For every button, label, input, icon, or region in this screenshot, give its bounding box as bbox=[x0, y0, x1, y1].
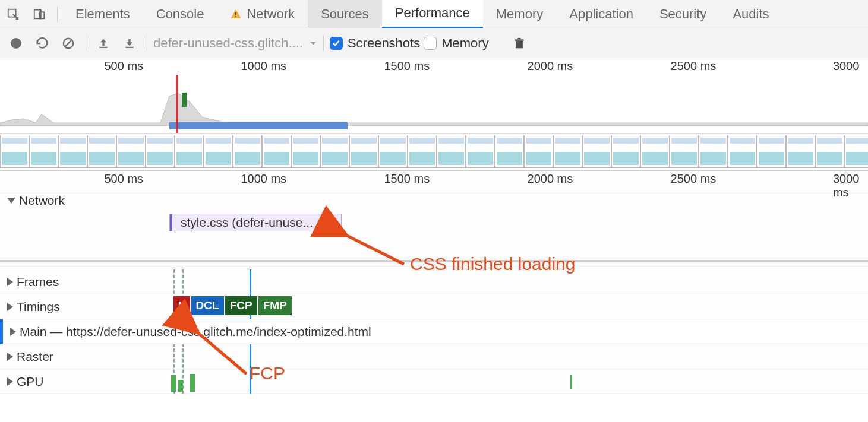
screenshot-thumb[interactable] bbox=[466, 135, 495, 168]
overview-ruler: 500 ms 1000 ms 1500 ms 2000 ms 2500 ms 3… bbox=[0, 58, 868, 75]
expand-icon[interactable] bbox=[7, 303, 13, 311]
recording-dropdown[interactable]: defer-unused-css.glitch.... bbox=[153, 36, 317, 51]
network-request-item[interactable]: style.css (defer-unuse... bbox=[169, 214, 342, 231]
screenshot-thumb[interactable] bbox=[291, 135, 320, 168]
timing-badge-fmp[interactable]: FMP bbox=[258, 296, 292, 315]
expand-icon[interactable] bbox=[7, 377, 13, 386]
screenshot-thumb[interactable] bbox=[553, 135, 582, 168]
screenshot-thumb[interactable] bbox=[262, 135, 291, 168]
network-label: Network bbox=[19, 193, 65, 208]
device-toggle-icon[interactable] bbox=[26, 0, 52, 28]
frames-track[interactable]: Frames bbox=[0, 269, 868, 294]
screenshot-thumb[interactable] bbox=[378, 135, 408, 168]
expand-icon[interactable] bbox=[10, 328, 16, 336]
overview-panel[interactable]: 500 ms 1000 ms 1500 ms 2000 ms 2500 ms 3… bbox=[0, 58, 868, 171]
tab-network[interactable]: Network bbox=[217, 0, 308, 28]
checkbox-icon bbox=[424, 37, 437, 50]
screenshot-thumb[interactable] bbox=[146, 135, 175, 168]
inspect-icon[interactable] bbox=[0, 0, 26, 28]
devtools-tabs: Elements Console Network Sources Perform… bbox=[0, 0, 868, 28]
gpu-activity-mark bbox=[570, 375, 572, 389]
upload-icon[interactable] bbox=[92, 32, 115, 55]
tab-console[interactable]: Console bbox=[143, 0, 217, 28]
record-button[interactable] bbox=[5, 32, 27, 55]
raster-label: Raster bbox=[17, 350, 53, 364]
tab-memory[interactable]: Memory bbox=[483, 0, 556, 28]
screenshot-thumb[interactable] bbox=[349, 135, 378, 168]
svg-rect-4 bbox=[236, 16, 237, 17]
screenshot-thumb[interactable] bbox=[204, 135, 233, 168]
drag-handle[interactable]: ···· bbox=[0, 262, 868, 269]
tab-security[interactable]: Security bbox=[646, 0, 719, 28]
expand-icon[interactable] bbox=[7, 198, 15, 204]
screenshot-thumb[interactable] bbox=[786, 135, 815, 168]
svg-rect-8 bbox=[125, 46, 133, 47]
timing-badge-dcl[interactable]: DCL bbox=[191, 296, 224, 315]
tab-application[interactable]: Application bbox=[556, 0, 646, 28]
perf-toolbar: defer-unused-css.glitch.... Screenshots … bbox=[0, 28, 868, 58]
screenshot-thumb[interactable] bbox=[58, 135, 87, 168]
frames-label: Frames bbox=[17, 275, 59, 289]
timing-badge-fcp[interactable]: FCP bbox=[225, 296, 257, 315]
raster-track[interactable]: Raster bbox=[0, 344, 868, 369]
reload-button[interactable] bbox=[31, 32, 53, 55]
tab-elements[interactable]: Elements bbox=[62, 0, 143, 28]
tab-audits[interactable]: Audits bbox=[719, 0, 782, 28]
screenshot-thumb[interactable] bbox=[495, 135, 524, 168]
screenshot-thumb[interactable] bbox=[0, 135, 29, 168]
screenshot-thumb[interactable] bbox=[437, 135, 466, 168]
screenshot-thumb[interactable] bbox=[116, 135, 146, 168]
screenshot-thumb[interactable] bbox=[408, 135, 437, 168]
screenshot-thumb[interactable] bbox=[524, 135, 553, 168]
screenshot-thumb[interactable] bbox=[87, 135, 116, 168]
screenshot-thumb[interactable] bbox=[844, 135, 868, 168]
memory-checkbox[interactable]: Memory bbox=[424, 36, 488, 51]
flame-chart-panel: Frames Timings L DCL FCP FMP Main — http… bbox=[0, 269, 868, 394]
gpu-label: GPU bbox=[17, 375, 44, 389]
load-marker bbox=[176, 75, 178, 133]
overview-cpu bbox=[0, 75, 868, 133]
fcp-marker-overview bbox=[182, 93, 187, 107]
gpu-track[interactable]: GPU bbox=[0, 369, 868, 394]
main-track[interactable]: Main — https://defer-unused-css.glitch.m… bbox=[0, 319, 868, 344]
screenshot-thumb[interactable] bbox=[815, 135, 844, 168]
screenshots-checkbox[interactable]: Screenshots bbox=[330, 36, 420, 51]
tab-performance[interactable]: Performance bbox=[382, 0, 483, 28]
timings-label: Timings bbox=[17, 300, 60, 314]
download-icon[interactable] bbox=[118, 32, 141, 55]
screenshot-thumb[interactable] bbox=[699, 135, 728, 168]
screenshot-thumb[interactable] bbox=[233, 135, 262, 168]
svg-rect-7 bbox=[99, 46, 107, 47]
svg-rect-10 bbox=[515, 39, 523, 41]
svg-rect-11 bbox=[517, 37, 520, 39]
gpu-activity bbox=[171, 373, 195, 392]
screenshot-thumb[interactable] bbox=[670, 135, 699, 168]
clear-button[interactable] bbox=[57, 32, 80, 55]
trash-icon[interactable] bbox=[508, 32, 531, 55]
timing-badge-load[interactable]: L bbox=[173, 296, 190, 315]
screenshot-thumb[interactable] bbox=[611, 135, 640, 168]
screenshot-thumb[interactable] bbox=[320, 135, 349, 168]
checkbox-icon bbox=[330, 37, 343, 50]
svg-rect-9 bbox=[516, 40, 523, 48]
network-track[interactable]: Network style.css (defer-unuse... bbox=[0, 191, 868, 262]
screenshot-thumb[interactable] bbox=[757, 135, 786, 168]
timings-track[interactable]: Timings L DCL FCP FMP bbox=[0, 294, 868, 319]
tab-sources[interactable]: Sources bbox=[308, 0, 382, 28]
main-label: Main — https://defer-unused-css.glitch.m… bbox=[20, 325, 371, 339]
screenshot-thumb[interactable] bbox=[29, 135, 58, 168]
screenshot-thumb[interactable] bbox=[640, 135, 670, 168]
screenshot-thumb[interactable] bbox=[728, 135, 757, 168]
svg-rect-3 bbox=[236, 12, 237, 15]
chevron-down-icon bbox=[309, 39, 317, 47]
detail-panel: 500 ms 1000 ms 1500 ms 2000 ms 2500 ms 3… bbox=[0, 171, 868, 394]
detail-ruler: 500 ms 1000 ms 1500 ms 2000 ms 2500 ms 3… bbox=[0, 171, 868, 191]
screenshot-thumb[interactable] bbox=[175, 135, 204, 168]
screenshot-filmstrip[interactable] bbox=[0, 133, 868, 169]
svg-line-6 bbox=[65, 39, 72, 47]
expand-icon[interactable] bbox=[7, 278, 13, 286]
screenshot-thumb[interactable] bbox=[582, 135, 611, 168]
warning-icon bbox=[230, 8, 242, 20]
expand-icon[interactable] bbox=[7, 353, 13, 361]
overview-selection[interactable] bbox=[169, 122, 348, 129]
